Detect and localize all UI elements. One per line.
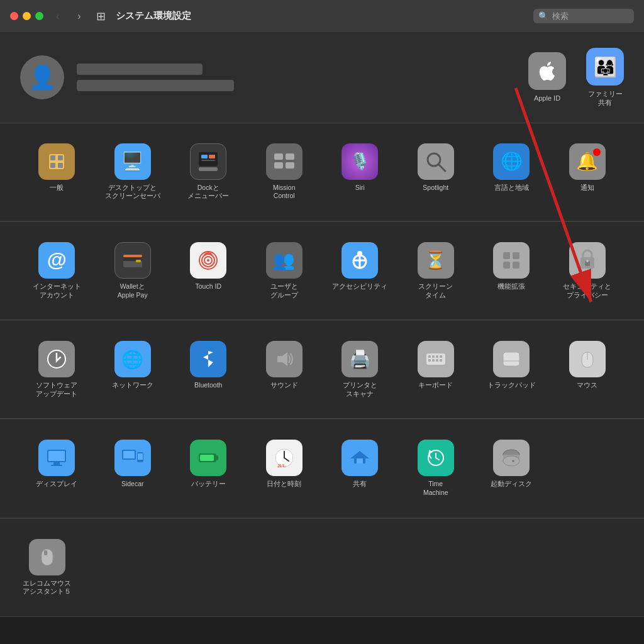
pref-accessibility[interactable]: アクセシビリティ — [323, 237, 397, 304]
prefs-grid-3: ソフトウェア アップデート 🌐 ネットワーク Bluetooth サウンド — [20, 336, 624, 403]
search-input[interactable] — [552, 11, 628, 21]
third-party-section: エレコムマウス アシスタント５ — [0, 519, 644, 617]
pref-startup-disk[interactable]: 起動ディスク — [475, 435, 548, 502]
svg-rect-43 — [440, 355, 442, 358]
pref-internet-accounts[interactable]: @ インターネット アカウント — [20, 237, 94, 304]
pref-notifications[interactable]: 🔔 通知 — [551, 138, 625, 206]
pref-sound[interactable]: サウンド — [248, 336, 321, 403]
svg-point-72 — [503, 456, 519, 466]
desktop-screensaver-icon: 🖥️ — [114, 143, 151, 180]
family-icon-box: 👨‍👩‍👧 — [586, 48, 624, 86]
pref-displays[interactable]: ディスプレイ — [20, 435, 94, 502]
svg-rect-48 — [503, 352, 519, 366]
startup-disk-icon — [493, 440, 530, 476]
displays-label: ディスプレイ — [36, 480, 77, 489]
pref-extensions[interactable]: 機能拡張 — [475, 237, 548, 304]
pref-spotlight[interactable]: Spotlight — [399, 138, 473, 206]
pref-time-machine[interactable]: Time Machine — [399, 435, 473, 502]
svg-rect-8 — [209, 155, 215, 158]
forward-button[interactable]: › — [72, 9, 86, 23]
pref-keyboard[interactable]: キーボード — [399, 336, 473, 403]
svg-rect-67 — [357, 458, 363, 464]
pref-security-privacy[interactable]: セキュリティと プライバシー — [551, 237, 625, 304]
pref-siri[interactable]: 🎙️ Siri — [323, 138, 397, 206]
prefs-grid-2: @ インターネット アカウント Walletと Apple Pay Touch … — [20, 237, 624, 304]
pref-users-groups[interactable]: 👥 ユーザと グループ — [248, 237, 321, 304]
pref-language-region[interactable]: 🌐 言語と地域 — [475, 138, 548, 206]
svg-rect-12 — [274, 162, 283, 169]
svg-rect-40 — [428, 355, 431, 358]
svg-rect-7 — [201, 155, 208, 158]
language-region-label: 言語と地域 — [494, 184, 529, 192]
profile-right: Apple ID 👨‍👩‍👧 ファミリー 共有 — [528, 48, 624, 108]
search-bar[interactable]: 🔍 — [533, 9, 634, 23]
keyboard-icon — [418, 341, 454, 377]
minimize-button[interactable] — [23, 12, 31, 20]
apple-id-item[interactable]: Apple ID — [528, 52, 566, 103]
network-icon: 🌐 — [114, 341, 151, 377]
third-party-grid: エレコムマウス アシスタント５ — [20, 534, 624, 601]
svg-rect-28 — [503, 252, 510, 259]
pref-bluetooth[interactable]: Bluetooth — [172, 336, 245, 403]
svg-rect-44 — [428, 359, 431, 362]
window-title: システム環境設定 — [116, 10, 526, 22]
pref-mouse[interactable]: マウス — [551, 336, 625, 403]
printers-icon: 🖨️ — [341, 341, 378, 377]
svg-rect-6 — [199, 167, 218, 171]
pref-network[interactable]: 🌐 ネットワーク — [96, 336, 170, 403]
pref-mission-control[interactable]: Mission Control — [248, 138, 321, 206]
close-button[interactable] — [10, 12, 18, 20]
profile-email — [77, 80, 234, 91]
date-time-icon: JUL17 — [266, 440, 303, 476]
language-region-icon: 🌐 — [493, 143, 530, 180]
pref-software-update[interactable]: ソフトウェア アップデート — [20, 336, 94, 403]
avatar[interactable]: 👤 — [20, 55, 64, 99]
wallet-label: Walletと Apple Pay — [118, 282, 148, 299]
apple-logo-icon — [536, 60, 558, 82]
svg-rect-1 — [50, 155, 55, 160]
pref-screen-time[interactable]: ⏳ スクリーン タイム — [399, 237, 473, 304]
pref-sharing[interactable]: 共有 — [323, 435, 397, 502]
svg-rect-29 — [513, 252, 519, 259]
traffic-lights — [10, 12, 43, 20]
svg-rect-54 — [51, 465, 62, 466]
security-privacy-icon — [569, 242, 606, 279]
svg-point-73 — [512, 460, 514, 462]
svg-rect-4 — [58, 163, 63, 168]
notifications-label: 通知 — [580, 184, 594, 192]
pref-date-time[interactable]: JUL17 日付と時刻 — [248, 435, 321, 502]
family-sharing-item[interactable]: 👨‍👩‍👧 ファミリー 共有 — [586, 48, 624, 108]
svg-rect-9 — [201, 160, 215, 161]
svg-rect-13 — [286, 162, 294, 169]
touch-id-icon — [190, 242, 226, 279]
pref-general[interactable]: 一般 — [20, 138, 94, 206]
mission-control-label: Mission Control — [273, 184, 296, 201]
pref-wallet-applepay[interactable]: Walletと Apple Pay — [96, 237, 170, 304]
maximize-button[interactable] — [35, 12, 43, 20]
pref-dock-menu[interactable]: Dockと メニューバー — [172, 138, 245, 206]
back-button[interactable]: ‹ — [51, 9, 65, 23]
notifications-icon: 🔔 — [569, 143, 606, 180]
startup-disk-label: 起動ディスク — [491, 480, 532, 489]
network-label: ネットワーク — [112, 381, 153, 390]
svg-rect-18 — [136, 260, 141, 262]
pref-elecom-mouse[interactable]: エレコムマウス アシスタント５ — [20, 534, 74, 601]
dock-menu-icon — [190, 143, 226, 180]
svg-rect-45 — [432, 359, 435, 362]
pref-desktop-screensaver[interactable]: 🖥️ デスクトップと スクリーンセーバ — [96, 138, 170, 206]
svg-point-34 — [586, 260, 589, 262]
pref-touch-id[interactable]: Touch ID — [172, 237, 245, 304]
family-sharing-label: ファミリー 共有 — [588, 89, 623, 108]
svg-rect-5 — [199, 152, 218, 166]
general-label: 一般 — [50, 184, 64, 192]
printers-scanners-label: プリンタと スキャナ — [343, 381, 377, 398]
pref-sidecar[interactable]: Sidecar — [96, 435, 170, 502]
pref-trackpad[interactable]: トラックパッド — [475, 336, 548, 403]
sharing-icon — [341, 440, 378, 476]
trackpad-icon — [493, 341, 530, 377]
software-update-label: ソフトウェア アップデート — [36, 381, 77, 398]
time-machine-icon — [418, 440, 454, 476]
pref-battery[interactable]: バッテリー — [172, 435, 245, 502]
profile-info — [77, 64, 234, 91]
pref-printers-scanners[interactable]: 🖨️ プリンタと スキャナ — [323, 336, 397, 403]
